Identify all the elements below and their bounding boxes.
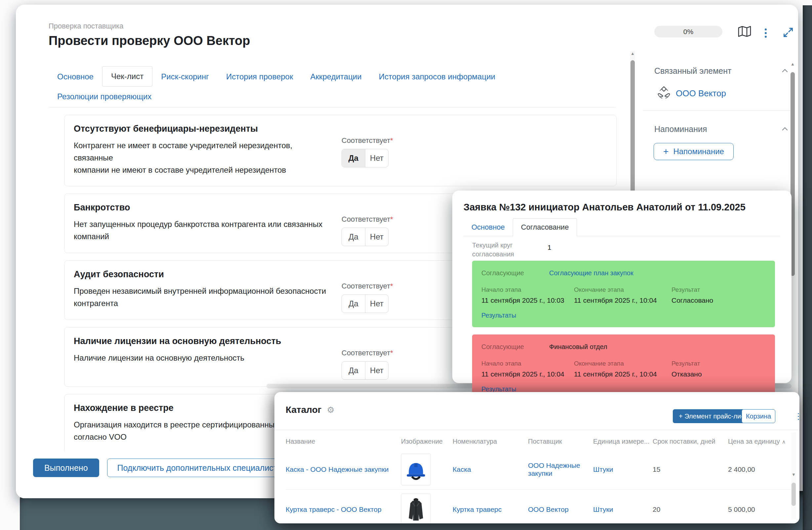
row-delivery-days: 20 [653, 505, 728, 514]
yes-button[interactable]: Да [342, 149, 365, 167]
checklist-item-description: Проведен независимый внутренней информац… [74, 285, 328, 309]
request-tabs: Основное Согласование [464, 218, 780, 236]
stage-start-label: Начало этапа [481, 360, 574, 367]
compliance-label: Соответствует* [342, 349, 393, 357]
row-nomenclature-link[interactable]: Каска [453, 465, 528, 473]
scroll-up-icon[interactable]: ▲ [790, 61, 795, 67]
catalog-scrollbar[interactable]: ▼ [791, 432, 796, 519]
approval-stage: Согласующие Финансовый отдел Начало этап… [472, 334, 775, 401]
progress-value: 0% [683, 28, 693, 36]
main-tab[interactable]: Резолюции проверяющих [48, 87, 160, 107]
current-round-label: Текущий круг согласования [472, 241, 514, 259]
reminders-heading: Напоминания [654, 124, 707, 134]
checklist-item-description: Контрагент не имеет в составе учредителе… [74, 139, 328, 176]
request-tab[interactable]: Согласование [513, 218, 577, 236]
stage-end-label: Окончание этапа [574, 360, 671, 367]
request-tab[interactable]: Основное [464, 219, 513, 236]
related-element-label[interactable]: ООО Вектор [676, 88, 726, 99]
add-reminder-button[interactable]: + Напоминание [654, 143, 734, 160]
row-unit-link[interactable]: Штуки [593, 465, 653, 473]
compliance-control: Соответствует* Да Нет [342, 349, 427, 380]
required-mark: * [390, 136, 393, 144]
page-title: Провести проверку ООО Вектор [48, 34, 250, 48]
no-button[interactable]: Нет [365, 295, 388, 313]
column-supplier[interactable]: Поставщик [528, 438, 593, 445]
map-icon[interactable] [737, 25, 752, 39]
checklist-item-description: Наличие лицензии на основную деятельност… [74, 352, 328, 364]
scrollbar-thumb[interactable] [792, 483, 796, 506]
add-specialists-button[interactable]: Подключить дополнительных специалистов [107, 459, 296, 477]
cart-button[interactable]: Корзина [742, 409, 775, 423]
sort-asc-icon[interactable]: ∧ [782, 439, 786, 445]
approvers-value[interactable]: Согласующие план закупок [549, 269, 634, 277]
stage-start-value: 11 сентября 2025 г., 10:03 [481, 296, 574, 304]
current-round-value: 1 [548, 243, 551, 251]
yes-no-toggle: Да Нет [342, 149, 389, 167]
kebab-menu-icon[interactable] [764, 28, 767, 38]
column-image[interactable]: Изображение [401, 438, 453, 445]
row-supplier-link[interactable]: ООО Надежные закупки [528, 461, 593, 477]
row-nomenclature-link[interactable]: Куртка траверс [453, 505, 528, 514]
row-price: 5 000,00 [728, 505, 794, 514]
yes-no-toggle: Да Нет [342, 228, 389, 246]
expand-icon[interactable] [782, 26, 795, 40]
column-nomenclature[interactable]: Номенклатура [453, 438, 528, 445]
backdrop-right [803, 5, 812, 530]
compliance-control: Соответствует* Да Нет [342, 136, 427, 167]
column-price[interactable]: Цена за единицу∧ [728, 438, 794, 445]
stage-start-label: Начало этапа [481, 286, 574, 293]
approvers-value[interactable]: Финансовый отдел [549, 343, 607, 351]
row-supplier-link[interactable]: ООО Вектор [528, 505, 593, 514]
column-unit[interactable]: Единица измере... [593, 438, 653, 445]
compliance-control: Соответствует* Да Нет [342, 282, 427, 313]
product-image [401, 454, 431, 485]
no-button[interactable]: Нет [365, 362, 388, 379]
catalog-title: Каталог [286, 405, 321, 415]
progress-bar: 0% [654, 26, 722, 37]
no-button[interactable]: Нет [365, 228, 388, 246]
scroll-up-icon[interactable]: ▲ [630, 51, 635, 56]
checklist-item-description: Нет запущенных процедур банкротства конт… [74, 218, 328, 242]
scroll-down-icon[interactable]: ▼ [791, 472, 796, 477]
row-name-link[interactable]: Каска - ООО Надежные закупки [286, 465, 401, 473]
collapse-reminders-icon[interactable] [782, 126, 787, 132]
required-mark: * [390, 282, 393, 290]
product-image [401, 493, 431, 524]
gear-icon[interactable]: ⚙ [327, 406, 334, 414]
no-button[interactable]: Нет [365, 149, 388, 167]
main-tab[interactable]: Чек-лист [102, 66, 153, 87]
collapse-related-icon[interactable] [782, 68, 787, 73]
column-delivery[interactable]: Срок поставки, дней [653, 438, 728, 445]
plus-icon: + [663, 147, 668, 156]
stage-result-label: Результат [671, 286, 766, 293]
done-button[interactable]: Выполнено [33, 459, 99, 477]
stage-result-label: Результат [671, 360, 766, 367]
main-tab[interactable]: Риск-скоринг [153, 67, 218, 87]
checklist-item-title: Отсутствуют бенефициары-нерезиденты [74, 124, 607, 134]
stage-result-value: Отказано [671, 370, 766, 378]
yes-button[interactable]: Да [342, 228, 365, 246]
catalog-divider [274, 430, 799, 430]
yes-no-toggle: Да Нет [342, 361, 389, 380]
yes-button[interactable]: Да [342, 295, 365, 313]
yes-button[interactable]: Да [342, 362, 365, 379]
checklist-card: Отсутствуют бенефициары-нерезиденты Конт… [64, 115, 617, 186]
main-tab[interactable]: Аккредитации [302, 67, 370, 87]
catalog-kebab-icon[interactable]: ⋮ [794, 411, 799, 421]
results-link[interactable]: Результаты [481, 312, 516, 319]
main-tabs: Основное Чек-лист Риск-скоринг История п… [48, 66, 616, 108]
row-unit-link[interactable]: Штуки [593, 505, 653, 514]
stage-result-value: Согласовано [671, 296, 766, 304]
column-name[interactable]: Название [286, 438, 401, 445]
main-tab[interactable]: История проверок [218, 67, 302, 87]
approvers-label: Согласующие [481, 269, 549, 277]
supplier-hands-icon [657, 85, 671, 101]
related-element-link[interactable]: ООО Вектор [657, 85, 726, 101]
approval-stages: Согласующие Согласующие план закупок Нач… [472, 261, 775, 408]
compliance-label: Соответствует* [342, 136, 393, 144]
main-tab[interactable]: Основное [48, 67, 102, 87]
main-tab[interactable]: История запросов информации [370, 67, 504, 87]
row-name-link[interactable]: Куртка траверс - ООО Вектор [286, 505, 401, 514]
related-element-heading: Связанный элемент [654, 66, 732, 76]
compliance-label: Соответствует* [342, 282, 393, 290]
